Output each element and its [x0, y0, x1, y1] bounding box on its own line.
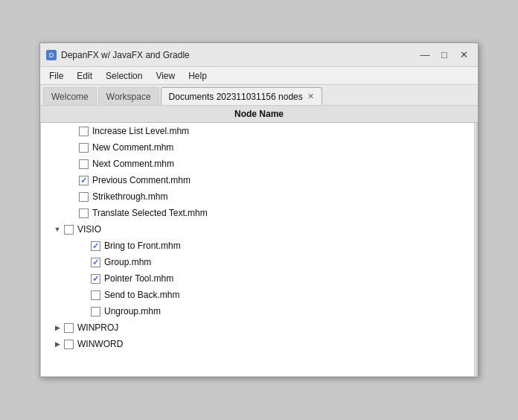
- checkbox-group[interactable]: [91, 258, 100, 267]
- expand-arrow-winproj[interactable]: ▶: [53, 323, 62, 332]
- app-icon: D: [46, 50, 57, 60]
- item-label-increase-list: Increase List Level.mhm: [92, 126, 189, 136]
- item-label-pointer-tool: Pointer Tool.mhm: [104, 273, 173, 284]
- title-bar: D DepanFX w/ JavaFX and Gradle — □ ✕: [40, 43, 478, 67]
- checkbox-new-comment[interactable]: [79, 143, 89, 153]
- tree-row-strikethrough[interactable]: Strikethrough.mhm: [41, 188, 474, 205]
- tree-row-winproj[interactable]: ▶ WINPROJ: [41, 319, 474, 336]
- tree-column: Increase List Level.mhm New Comment.mhm …: [41, 123, 474, 376]
- menu-help[interactable]: Help: [182, 69, 213, 83]
- tree-row-increase-list[interactable]: Increase List Level.mhm: [41, 123, 474, 139]
- menu-bar: File Edit Selection View Help: [40, 67, 478, 85]
- tree-row-winword[interactable]: ▶ WINWORD: [41, 336, 474, 352]
- menu-selection[interactable]: Selection: [100, 69, 148, 83]
- title-controls: — □ ✕: [417, 48, 472, 62]
- menu-view[interactable]: View: [150, 69, 181, 83]
- item-label-previous-comment: Previous Comment.mhm: [92, 175, 191, 185]
- tree-row-ungroup[interactable]: Ungroup.mhm: [41, 303, 474, 319]
- item-label-next-comment: Next Comment.mhm: [92, 159, 174, 169]
- checkbox-visio[interactable]: [64, 225, 74, 235]
- window-title: DepanFX w/ JavaFX and Gradle: [61, 50, 190, 60]
- maximize-button[interactable]: □: [436, 48, 453, 62]
- checkbox-send-to-back[interactable]: [91, 290, 100, 300]
- item-label-visio: VISIO: [77, 224, 101, 235]
- tree-row-new-comment[interactable]: New Comment.mhm: [41, 139, 474, 156]
- item-label-send-to-back: Send to Back.mhm: [104, 290, 179, 300]
- checkbox-ungroup[interactable]: [91, 307, 100, 316]
- tab-welcome[interactable]: Welcome: [43, 87, 97, 105]
- checkbox-previous-comment[interactable]: [79, 176, 89, 185]
- tab-workspace[interactable]: Workspace: [98, 87, 159, 105]
- main-window: D DepanFX w/ JavaFX and Gradle — □ ✕ Fil…: [39, 42, 479, 378]
- title-bar-left: D DepanFX w/ JavaFX and Gradle: [46, 50, 190, 60]
- item-label-new-comment: New Comment.mhm: [92, 142, 173, 153]
- item-label-translate-selected: Translate Selected Text.mhm: [92, 208, 208, 218]
- item-label-winword: WINWORD: [77, 339, 123, 349]
- checkbox-strikethrough[interactable]: [79, 192, 89, 202]
- checkbox-next-comment[interactable]: [79, 159, 89, 169]
- checkbox-increase-list[interactable]: [79, 127, 89, 136]
- checkbox-winword[interactable]: [64, 340, 74, 349]
- tab-bar: Welcome Workspace Documents 202311031156…: [40, 85, 478, 106]
- checkbox-translate-selected[interactable]: [79, 209, 89, 218]
- expand-arrow-winword[interactable]: ▶: [53, 340, 62, 349]
- checkbox-pointer-tool[interactable]: [91, 274, 100, 284]
- tree-divider: [474, 123, 477, 376]
- tree-row-send-to-back[interactable]: Send to Back.mhm: [41, 287, 474, 303]
- checkbox-winproj[interactable]: [64, 323, 74, 333]
- tree-row-pointer-tool[interactable]: Pointer Tool.mhm: [41, 270, 474, 287]
- item-label-winproj: WINPROJ: [77, 322, 118, 333]
- content-area: Node Name Increase List Level.mhm New Co…: [40, 106, 478, 377]
- item-label-ungroup: Ungroup.mhm: [104, 306, 161, 316]
- menu-file[interactable]: File: [43, 69, 69, 83]
- item-label-strikethrough: Strikethrough.mhm: [92, 191, 167, 202]
- item-label-group: Group.mhm: [104, 257, 151, 267]
- tab-documents[interactable]: Documents 202311031156 nodes ✕: [161, 87, 322, 105]
- expand-arrow-visio[interactable]: ▼: [53, 225, 62, 234]
- tab-close-documents[interactable]: ✕: [307, 92, 314, 101]
- minimize-button[interactable]: —: [417, 48, 433, 62]
- tree-row-bring-to-front[interactable]: Bring to Front.mhm: [41, 238, 474, 254]
- item-label-bring-to-front: Bring to Front.mhm: [104, 241, 181, 251]
- tree-row-visio[interactable]: ▼ VISIO: [41, 221, 474, 238]
- column-header-node-name: Node Name: [40, 106, 478, 123]
- close-button[interactable]: ✕: [455, 48, 472, 62]
- tree-row-group[interactable]: Group.mhm: [41, 254, 474, 270]
- tree-row-previous-comment[interactable]: Previous Comment.mhm: [41, 172, 474, 188]
- checkbox-bring-to-front[interactable]: [91, 241, 100, 251]
- menu-edit[interactable]: Edit: [71, 69, 98, 83]
- tree-row-next-comment[interactable]: Next Comment.mhm: [41, 156, 474, 172]
- tree-row-translate-selected[interactable]: Translate Selected Text.mhm: [41, 205, 474, 221]
- tree-area[interactable]: Increase List Level.mhm New Comment.mhm …: [40, 123, 478, 377]
